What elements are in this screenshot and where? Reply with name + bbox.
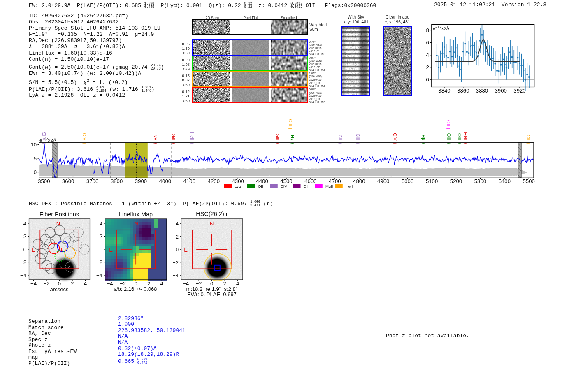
svg-text:4000: 4000 — [159, 178, 171, 184]
svg-text:E: E — [31, 247, 35, 253]
svg-text:5300: 5300 — [474, 178, 486, 184]
svg-text:HeII: HeII — [463, 132, 468, 140]
svg-text:5500: 5500 — [523, 178, 535, 184]
svg-text:0: 0 — [176, 246, 179, 253]
svg-text:5: 5 — [34, 155, 37, 162]
svg-text:OII: OII — [258, 184, 263, 188]
svg-text:{: { — [393, 143, 397, 144]
svg-text:−4: −4 — [20, 272, 26, 278]
svg-text:5200: 5200 — [450, 178, 462, 184]
svg-text:{: { — [276, 143, 280, 144]
svg-text:0: 0 — [426, 77, 429, 83]
svg-text:{: { — [356, 143, 360, 144]
svg-text:{: { — [290, 143, 295, 144]
svg-text:{: { — [338, 143, 343, 144]
svg-text:−4: −4 — [96, 272, 102, 278]
svg-text:2: 2 — [426, 64, 429, 70]
svg-text:CII: CII — [526, 135, 531, 140]
svg-text:5100: 5100 — [426, 178, 438, 184]
svg-text:3840: 3840 — [438, 88, 450, 94]
svg-text:2: 2 — [100, 233, 102, 239]
svg-text:e−17x2Å: e−17x2Å — [433, 25, 450, 31]
svg-text:3920: 3920 — [513, 88, 525, 94]
svg-text:N: N — [135, 220, 138, 227]
svg-text:0: 0 — [100, 246, 102, 253]
svg-text:{: { — [422, 143, 426, 144]
svg-text:3900: 3900 — [135, 178, 147, 184]
svg-text:CIV: CIV — [393, 133, 397, 141]
svg-text:CIV: CIV — [82, 133, 87, 141]
svg-text:5000: 5000 — [402, 178, 413, 184]
svg-text:NV: NV — [153, 134, 158, 141]
svg-text:4: 4 — [426, 52, 429, 58]
svg-text:4800: 4800 — [353, 178, 365, 184]
svg-text:3860: 3860 — [457, 88, 469, 94]
svg-text:CIII: CIII — [288, 119, 293, 126]
svg-text:4: 4 — [100, 220, 102, 227]
svg-text:−2: −2 — [20, 259, 26, 265]
svg-text:Hβ: Hβ — [421, 135, 426, 140]
svg-text:{: { — [446, 128, 451, 129]
svg-text:HeII: HeII — [346, 184, 353, 188]
svg-text:0: 0 — [34, 169, 37, 175]
svg-text:4: 4 — [23, 220, 26, 227]
svg-text:{: { — [464, 143, 468, 144]
svg-text:SiIV: SiIV — [42, 132, 46, 141]
svg-text:4: 4 — [176, 220, 179, 227]
svg-text:CIII: CIII — [355, 133, 360, 140]
svg-text:4100: 4100 — [183, 178, 195, 184]
svg-text:CIII: CIII — [304, 184, 310, 188]
svg-text:3880: 3880 — [476, 88, 488, 94]
svg-text:3900: 3900 — [495, 88, 507, 94]
svg-text:{: { — [447, 143, 451, 144]
svg-text:8: 8 — [426, 27, 429, 33]
svg-text:−2: −2 — [173, 260, 179, 266]
svg-text:4200: 4200 — [208, 178, 220, 184]
svg-text:CII: CII — [338, 135, 343, 140]
svg-text:OII: OII — [446, 120, 451, 126]
svg-text:{: { — [458, 143, 462, 144]
svg-text:Hγ: Hγ — [290, 135, 295, 141]
svg-text:{: { — [288, 128, 293, 129]
svg-text:{: { — [172, 143, 176, 144]
svg-text:5400: 5400 — [499, 178, 511, 184]
svg-text:OIII: OIII — [446, 133, 451, 141]
svg-text:HeII: HeII — [190, 132, 195, 140]
svg-text:2: 2 — [23, 233, 26, 239]
svg-text:OIII: OIII — [457, 133, 462, 141]
svg-text:MgII: MgII — [325, 184, 333, 188]
svg-text:E: E — [184, 247, 188, 253]
svg-text:−2: −2 — [96, 259, 102, 265]
svg-text:10: 10 — [30, 141, 37, 148]
svg-text:3700: 3700 — [86, 178, 98, 184]
svg-text:SiII: SiII — [275, 134, 280, 141]
svg-text:CIV: CIV — [281, 184, 288, 188]
svg-text:6: 6 — [426, 39, 429, 46]
svg-text:3500: 3500 — [38, 178, 50, 184]
svg-text:Lyα: Lyα — [235, 184, 241, 188]
svg-text:{: { — [190, 143, 195, 144]
svg-text:0: 0 — [23, 246, 26, 253]
svg-text:{: { — [82, 143, 87, 144]
svg-text:SiII: SiII — [171, 134, 176, 141]
svg-text:E: E — [109, 247, 113, 253]
svg-text:N: N — [210, 220, 214, 227]
svg-text:2: 2 — [176, 234, 179, 240]
svg-text:{: { — [526, 143, 531, 144]
svg-text:−4: −4 — [173, 272, 179, 278]
svg-text:{: { — [42, 143, 46, 144]
svg-text:3600: 3600 — [62, 178, 74, 184]
svg-text:3800: 3800 — [111, 178, 123, 184]
svg-text:{: { — [153, 143, 158, 144]
svg-text:4900: 4900 — [377, 178, 389, 184]
